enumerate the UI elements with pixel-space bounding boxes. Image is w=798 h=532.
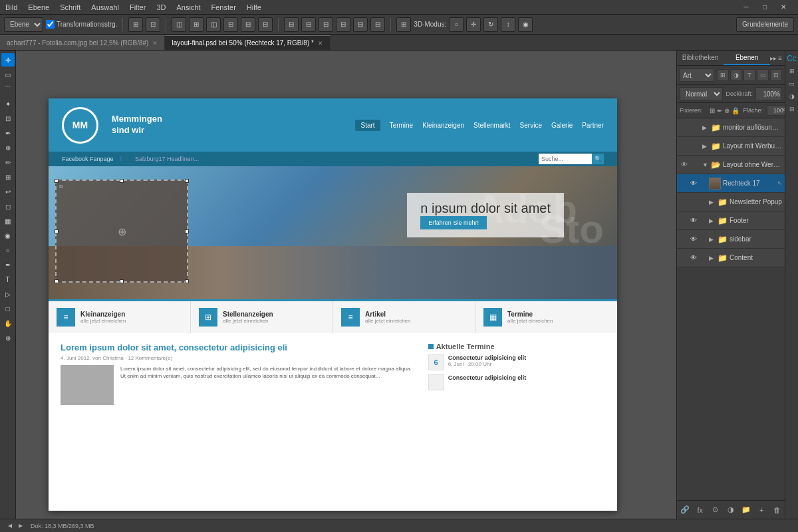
layer-eye-4[interactable]: 👁	[689, 180, 698, 187]
layer-eye-8[interactable]: 👁	[689, 254, 698, 261]
menu-filter[interactable]: Filter	[130, 3, 146, 11]
opacity-input[interactable]	[755, 87, 782, 100]
panel-icon-2[interactable]: ▭	[787, 78, 797, 89]
grundelemente-button[interactable]: Grundelemente	[736, 17, 794, 32]
nav-galerie[interactable]: Galerie	[551, 122, 573, 129]
3d-roll-btn[interactable]: ↻	[483, 17, 498, 32]
layers-list[interactable]: ▶ 📁 monitor auflösungen Kopie ▶ 📁 Layout…	[677, 118, 785, 500]
layer-eye-6[interactable]: 👁	[689, 217, 698, 224]
3d-slide-btn[interactable]: ↕	[501, 17, 515, 32]
nav-kleinanzeigen[interactable]: Kleinanzeigen	[422, 122, 464, 129]
heal-tool[interactable]: ⊕	[1, 141, 15, 154]
layer-content[interactable]: 👁 ▶ 📁 Content	[677, 249, 785, 267]
close-button[interactable]: ✕	[774, 0, 793, 15]
pen-tool[interactable]: ✒	[1, 258, 15, 271]
panel-icon-4[interactable]: ⊟	[787, 104, 797, 114]
menu-auswahl[interactable]: Auswahl	[91, 3, 119, 11]
distribute-btn-6[interactable]: ⊟	[370, 17, 385, 32]
handle-bl[interactable]	[55, 279, 59, 283]
zoom-tool[interactable]: ⊕	[1, 331, 15, 344]
distribute-v-btn[interactable]: ⊟	[301, 17, 316, 32]
handle-ml[interactable]	[55, 229, 59, 233]
gradient-tool[interactable]: ▦	[1, 214, 15, 227]
eraser-tool[interactable]: ◻	[1, 200, 15, 213]
toolbar-btn-2[interactable]: ⊡	[146, 17, 160, 32]
align-left-btn[interactable]: ◫	[172, 17, 186, 32]
layer-arrow-2[interactable]: ▶	[702, 143, 709, 150]
3d-orbit-btn[interactable]: ○	[449, 17, 464, 32]
website-search-input[interactable]	[539, 154, 592, 164]
3d-zoom-btn[interactable]: ◉	[518, 17, 533, 32]
align-center-btn[interactable]: ⊞	[189, 17, 203, 32]
layer-footer[interactable]: 👁 ▶ 📁 Footer	[677, 211, 785, 230]
path-select-tool[interactable]: ▷	[1, 287, 15, 301]
website-search-button[interactable]: 🔍	[592, 154, 604, 164]
align-top-btn[interactable]: ⊟	[223, 17, 238, 32]
menu-schrift[interactable]: Schrift	[60, 3, 80, 11]
layer-monitor[interactable]: ▶ 📁 monitor auflösungen Kopie	[677, 118, 785, 137]
distribute-h-btn[interactable]: ⊟	[284, 17, 299, 32]
handle-tm[interactable]	[120, 179, 124, 183]
distribute-btn-4[interactable]: ⊟	[336, 17, 350, 32]
nav-partner[interactable]: Partner	[582, 122, 604, 129]
hero-cta-button[interactable]: Erfahren Sie mehr!	[420, 216, 487, 229]
menu-fenster[interactable]: Fenster	[211, 3, 236, 11]
status-back-btn[interactable]: ◀	[5, 521, 15, 531]
cc-icon[interactable]: Cc	[787, 53, 797, 64]
layer-newsletter[interactable]: ▶ 📁 Newsletter Popup	[677, 193, 785, 211]
move-tool[interactable]: ✛	[1, 53, 15, 66]
stamp-tool[interactable]: ⊞	[1, 170, 15, 184]
new-layer-btn[interactable]: +	[755, 503, 768, 517]
hand-tool[interactable]: ✋	[1, 317, 15, 330]
layer-arrow-5[interactable]: ▶	[709, 199, 716, 205]
maximize-button[interactable]: □	[755, 0, 774, 15]
layer-arrow-1[interactable]: ▶	[702, 124, 709, 131]
tab-2[interactable]: layout-final.psd bei 50% (Rechteck 17, R…	[165, 35, 330, 50]
eyedropper-tool[interactable]: ✒	[1, 126, 15, 140]
layer-sidebar[interactable]: 👁 ▶ 📁 sidebar	[677, 230, 785, 249]
layer-arrow-3[interactable]: ▼	[702, 162, 709, 168]
tab-ebenen[interactable]: Ebenen	[724, 51, 770, 65]
handle-br[interactable]	[185, 279, 189, 283]
layer-eye-3[interactable]: 👁	[680, 161, 689, 168]
dodge-tool[interactable]: ○	[1, 243, 15, 257]
fix-all-icon[interactable]: 🔒	[732, 107, 739, 114]
tab-2-close[interactable]: ✕	[318, 40, 323, 47]
status-forward-btn[interactable]: ▶	[16, 521, 25, 531]
new-adjustment-btn[interactable]: ◑	[724, 503, 737, 517]
ls-icon-smart[interactable]: ⊡	[770, 69, 782, 81]
fix-position-icon[interactable]: ✒	[717, 107, 722, 114]
fix-pixels-icon[interactable]: ⊞	[710, 107, 715, 114]
crop-tool[interactable]: ⊡	[1, 112, 15, 125]
canvas-area[interactable]: MM Memmingen sind wir Start Termine Klei…	[16, 51, 676, 519]
nav-stellenmarkt[interactable]: Stellenmarkt	[473, 122, 511, 129]
handle-bm[interactable]	[120, 279, 124, 283]
type-tool[interactable]: T	[1, 273, 15, 286]
handle-tr[interactable]	[185, 179, 189, 183]
panel-expand-icon[interactable]: ▸▸	[770, 55, 777, 62]
ls-icon-shape[interactable]: ▭	[757, 69, 769, 81]
ls-icon-adjust[interactable]: ◑	[730, 69, 742, 81]
distribute-btn-3[interactable]: ⊟	[319, 17, 333, 32]
align-middle-btn[interactable]: ⊟	[241, 17, 255, 32]
new-group-btn[interactable]: 📁	[739, 503, 753, 517]
tab-1[interactable]: achart777 - Fotolia.com.jpg bei 12,5% (R…	[0, 35, 165, 50]
link-layers-btn[interactable]: 🔗	[678, 503, 692, 517]
layer-arrow-8[interactable]: ▶	[709, 255, 716, 261]
layer-layout-werbung[interactable]: ▶ 📁 Layout mit Werbung	[677, 137, 785, 156]
panel-menu-icon[interactable]: ≡	[778, 55, 782, 62]
3d-pan-btn[interactable]: ✛	[466, 17, 481, 32]
layer-eye-7[interactable]: 👁	[689, 235, 698, 243]
menu-ebene[interactable]: Ebene	[28, 3, 49, 11]
transform-checkbox[interactable]	[46, 20, 55, 29]
panel-icon-3[interactable]: ◑	[787, 91, 797, 102]
3d-btn[interactable]: ⊞	[396, 17, 411, 32]
align-bottom-btn[interactable]: ⊟	[258, 17, 273, 32]
layer-mode-select[interactable]: Ebene	[4, 17, 43, 32]
nav-service[interactable]: Service	[520, 122, 542, 129]
shape-tool[interactable]: □	[1, 302, 15, 315]
nav-termine[interactable]: Termine	[390, 122, 414, 129]
menu-bild[interactable]: Bild	[5, 3, 17, 11]
select-tool[interactable]: ▭	[1, 68, 15, 81]
nav-start[interactable]: Start	[355, 120, 380, 131]
